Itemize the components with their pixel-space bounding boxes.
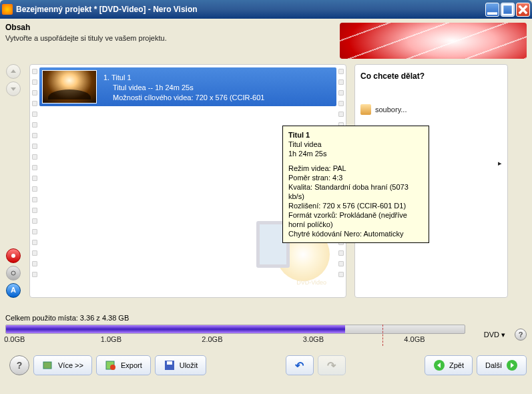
undo-icon: ↶ [295, 359, 304, 372]
back-icon [433, 359, 445, 371]
maximize-button[interactable] [501, 3, 515, 17]
title-duration: Titul videa -- 1h 24m 25s [103, 83, 264, 93]
title-thumbnail [42, 70, 97, 104]
window-title: Bezejmenný projekt * [DVD-Video] - Nero … [16, 5, 484, 14]
move-up-button[interactable] [6, 64, 21, 79]
titlebar: Bezejmenný projekt * [DVD-Video] - Nero … [0, 0, 532, 19]
svg-point-3 [11, 271, 15, 275]
info-button[interactable]: A [6, 283, 21, 298]
app-icon [2, 4, 13, 15]
svg-text:A: A [11, 287, 16, 294]
usage-ticks: 0.0GB 1.0GB 2.0GB 3.0GB 4.0GB [5, 335, 465, 345]
save-icon [164, 359, 176, 371]
export-icon [105, 359, 117, 371]
dropdown-arrow-icon: ▾ [501, 331, 505, 339]
back-button[interactable]: Zpět [425, 355, 473, 375]
disk-usage: Celkem použito místa: 3.36 z 4.38 GB 0.0… [5, 314, 527, 345]
usage-label: Celkem použito místa: 3.36 z 4.38 GB [5, 314, 527, 322]
title-target: Možnosti cílového videa: 720 x 576 (CCIR… [103, 93, 264, 103]
svg-rect-0 [487, 12, 497, 15]
title-tooltip: Titul 1 Titul videa 1h 24m 25s Režim vid… [282, 126, 429, 243]
close-button[interactable] [516, 3, 530, 17]
action-add-files[interactable]: soubory... [360, 102, 502, 117]
action-panel-title: Co chcete dělat? [360, 71, 502, 81]
svg-rect-5 [43, 362, 51, 369]
svg-point-7 [110, 365, 115, 370]
undo-button[interactable]: ↶ [286, 355, 314, 375]
header-decor [340, 23, 527, 59]
chevron-right-icon: ▸ [498, 159, 502, 168]
more-icon [42, 359, 54, 371]
minimize-button[interactable] [485, 3, 499, 17]
film-perforation-left [30, 67, 39, 294]
media-help-button[interactable]: ? [515, 329, 527, 341]
more-button[interactable]: Více >> [33, 355, 92, 375]
svg-rect-9 [167, 361, 172, 365]
export-button[interactable]: Export [96, 355, 151, 375]
svg-point-2 [11, 254, 15, 258]
next-button[interactable]: Další [477, 355, 527, 375]
media-type-value: DVD [484, 331, 499, 339]
save-button[interactable]: Uložit [155, 355, 207, 375]
usage-bar [5, 325, 465, 334]
bottom-toolbar: ? Více >> Export Uložit ↶ ↷ Zpět Další [5, 355, 527, 375]
redo-icon: ↷ [327, 359, 336, 372]
media-type-select[interactable]: DVD ▾ [484, 331, 505, 339]
move-down-button[interactable] [6, 81, 21, 96]
title-index: 1. Titul 1 [103, 73, 264, 83]
usage-fill [6, 325, 345, 333]
title-text: 1. Titul 1 Titul videa -- 1h 24m 25s Mož… [103, 70, 264, 104]
title-item-1[interactable]: 1. Titul 1 Titul videa -- 1h 24m 25s Mož… [39, 67, 336, 106]
settings-button[interactable] [6, 266, 21, 280]
left-toolbar: A [5, 64, 21, 298]
next-icon [506, 359, 518, 371]
redo-button[interactable]: ↷ [318, 355, 346, 375]
capacity-marker [382, 325, 383, 346]
svg-rect-1 [503, 4, 513, 14]
header: Obsah Vytvořte a uspořádejte si tituly v… [5, 23, 527, 59]
files-icon [360, 104, 371, 115]
record-button[interactable] [6, 248, 21, 263]
help-button[interactable]: ? [9, 355, 29, 375]
